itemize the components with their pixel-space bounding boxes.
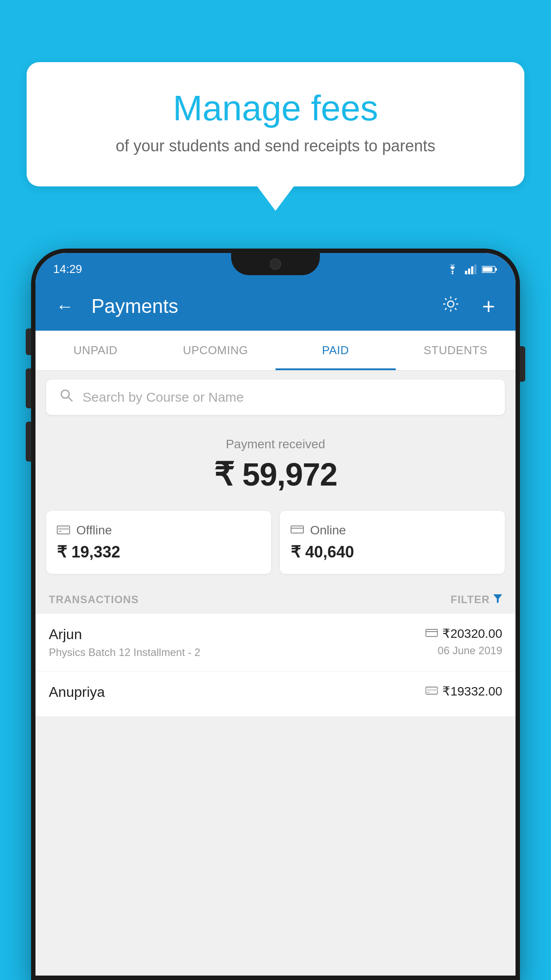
transaction-date: 06 June 2019 bbox=[425, 644, 502, 657]
svg-rect-17 bbox=[426, 629, 437, 636]
wifi-icon bbox=[445, 265, 460, 274]
payment-received-label: Payment received bbox=[35, 437, 516, 451]
tab-students[interactable]: STUDENTS bbox=[396, 331, 516, 370]
search-placeholder-text: Search by Course or Name bbox=[83, 390, 244, 405]
transaction-row[interactable]: Anupriya ₹19332.00 bbox=[35, 672, 516, 717]
app-bar: ← Payments + bbox=[35, 282, 516, 331]
tab-upcoming[interactable]: UPCOMING bbox=[156, 331, 276, 370]
svg-marker-16 bbox=[493, 594, 502, 603]
transaction-detail: Physics Batch 12 Installment - 2 bbox=[49, 646, 200, 659]
payment-type-icon-offline bbox=[425, 684, 438, 699]
add-button[interactable]: + bbox=[478, 289, 500, 324]
svg-rect-1 bbox=[465, 271, 467, 274]
speech-bubble: Manage fees of your students and send re… bbox=[27, 62, 524, 186]
transaction-amount: ₹20320.00 bbox=[425, 626, 502, 641]
tabs-bar: UNPAID UPCOMING PAID STUDENTS bbox=[35, 331, 516, 371]
online-label: Online bbox=[310, 523, 346, 537]
search-icon bbox=[59, 388, 74, 406]
app-title: Payments bbox=[91, 295, 424, 317]
svg-point-0 bbox=[452, 273, 453, 274]
offline-label: Offline bbox=[76, 523, 112, 537]
svg-line-10 bbox=[68, 397, 72, 401]
bubble-subtitle: of your students and send receipts to pa… bbox=[49, 137, 502, 155]
svg-rect-4 bbox=[474, 265, 476, 274]
transaction-right: ₹19332.00 bbox=[425, 684, 502, 702]
back-button[interactable]: ← bbox=[51, 292, 78, 321]
tab-paid[interactable]: PAID bbox=[276, 331, 396, 370]
status-icons bbox=[445, 265, 498, 274]
bubble-title: Manage fees bbox=[49, 89, 502, 128]
volume-up-button bbox=[26, 328, 31, 355]
gear-button[interactable] bbox=[437, 290, 464, 322]
online-amount: ₹ 40,640 bbox=[291, 543, 494, 561]
online-icon bbox=[291, 523, 304, 537]
transaction-amount: ₹19332.00 bbox=[425, 684, 502, 699]
transaction-right: ₹20320.00 06 June 2019 bbox=[425, 626, 502, 657]
payment-received-amount: ₹ 59,972 bbox=[35, 456, 516, 493]
search-bar[interactable]: Search by Course or Name bbox=[46, 379, 505, 415]
transactions-label: TRANSACTIONS bbox=[49, 593, 139, 606]
svg-rect-3 bbox=[471, 266, 473, 274]
svg-rect-14 bbox=[291, 526, 303, 533]
signal-icon bbox=[465, 265, 476, 274]
offline-payment-card: Offline ₹ 19,332 bbox=[46, 511, 271, 574]
phone-notch bbox=[231, 253, 320, 275]
speech-bubble-container: Manage fees of your students and send re… bbox=[27, 62, 524, 186]
svg-rect-2 bbox=[468, 269, 470, 274]
phone-inner: 14:29 bbox=[35, 253, 516, 976]
payment-summary: Payment received ₹ 59,972 bbox=[35, 424, 516, 502]
transactions-header: TRANSACTIONS FILTER bbox=[35, 583, 516, 614]
svg-rect-12 bbox=[57, 528, 70, 530]
transaction-row[interactable]: Arjun Physics Batch 12 Installment - 2 ₹… bbox=[35, 614, 516, 672]
phone-frame: 14:29 bbox=[31, 249, 520, 980]
filter-icon bbox=[493, 594, 502, 605]
volume-down-button bbox=[26, 368, 31, 408]
phone-screen: 14:29 bbox=[35, 253, 516, 976]
svg-rect-6 bbox=[495, 268, 497, 271]
svg-point-8 bbox=[448, 301, 454, 307]
filter-button[interactable]: FILTER bbox=[451, 593, 502, 606]
svg-rect-20 bbox=[426, 689, 437, 691]
camera bbox=[270, 258, 281, 270]
transaction-left: Arjun Physics Batch 12 Installment - 2 bbox=[49, 626, 200, 659]
offline-icon bbox=[57, 523, 70, 537]
payment-cards: Offline ₹ 19,332 Online bbox=[35, 502, 516, 583]
battery-icon bbox=[482, 265, 498, 273]
transaction-name: Arjun bbox=[49, 626, 200, 643]
online-payment-card: Online ₹ 40,640 bbox=[280, 511, 505, 574]
transaction-left: Anupriya bbox=[49, 684, 105, 704]
svg-rect-7 bbox=[483, 267, 492, 272]
svg-point-9 bbox=[61, 390, 69, 398]
offline-amount: ₹ 19,332 bbox=[57, 543, 260, 561]
silent-button bbox=[26, 422, 31, 462]
payment-type-icon-online bbox=[425, 627, 438, 641]
power-button bbox=[520, 346, 525, 382]
status-time: 14:29 bbox=[53, 262, 82, 276]
transaction-name: Anupriya bbox=[49, 684, 105, 700]
tab-unpaid[interactable]: UNPAID bbox=[35, 331, 156, 370]
